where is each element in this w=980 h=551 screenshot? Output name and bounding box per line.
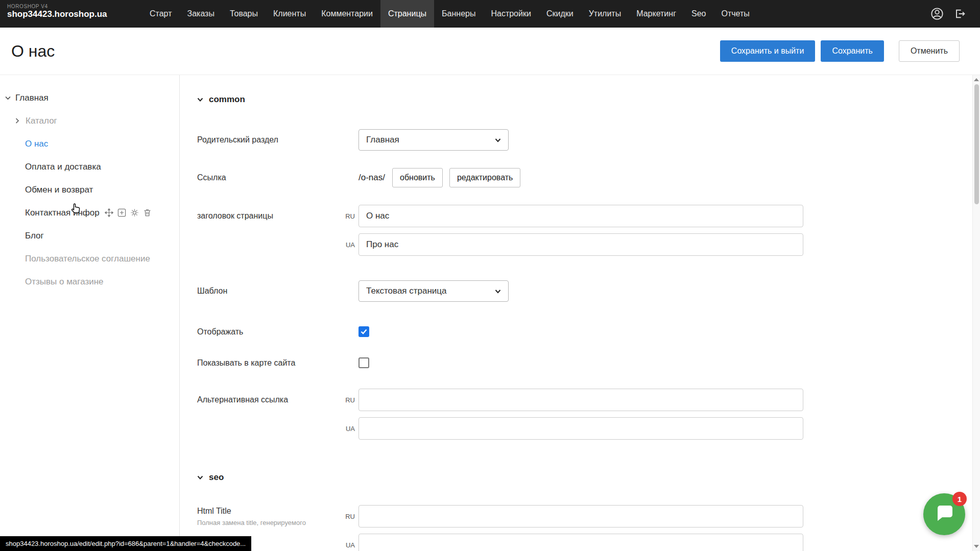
chevron-down-icon — [197, 98, 203, 102]
chevron-down-icon — [495, 135, 501, 145]
field-page-title-ua: UA — [197, 233, 980, 256]
tree-item-label: Главная — [15, 93, 49, 103]
field-link: Ссылка /o-nas/ обновить редактировать — [197, 168, 980, 187]
tree-item-oplata-i-dostavka[interactable]: Оплата и доставка — [0, 155, 179, 178]
menu-item-marketing[interactable]: Маркетинг — [629, 0, 684, 28]
link-refresh-button[interactable]: обновить — [392, 168, 443, 187]
header-actions: Сохранить и выйти Сохранить Отменить — [720, 40, 960, 62]
html-title-ua-input[interactable] — [358, 534, 803, 551]
scrollbar-thumb[interactable] — [974, 84, 979, 204]
scroll-down-icon[interactable] — [974, 545, 979, 548]
chat-unread-badge: 1 — [952, 492, 967, 506]
chat-widget-button[interactable]: 1 — [923, 493, 965, 535]
brand-domain: shop34423.horoshop.ua — [7, 9, 142, 19]
template-select[interactable]: Текстовая страница — [358, 280, 509, 302]
page-header: О нас Сохранить и выйти Сохранить Отмени… — [0, 28, 980, 75]
save-button[interactable]: Сохранить — [821, 40, 884, 62]
tree-item-label: Обмен и возврат — [25, 185, 93, 195]
menu-item-pages[interactable]: Страницы — [380, 0, 434, 28]
link-path: /o-nas/ — [358, 173, 385, 183]
alt-link-label: Альтернативная ссылка — [197, 395, 340, 404]
settings-gear-icon[interactable] — [130, 208, 139, 217]
menu-item-discounts[interactable]: Скидки — [539, 0, 581, 28]
drag-move-icon[interactable] — [105, 208, 113, 217]
tree-item-katalog[interactable]: Каталог — [0, 109, 179, 132]
menu-item-utilities[interactable]: Утилиты — [581, 0, 629, 28]
chevron-down-icon[interactable] — [5, 96, 15, 100]
lang-badge-ua: UA — [340, 425, 358, 433]
sitemap-checkbox[interactable] — [358, 357, 369, 368]
tree-item-blog[interactable]: Блог — [0, 224, 179, 247]
tree-item-label: Пользовательское соглашение — [25, 254, 150, 264]
chevron-right-icon[interactable] — [15, 118, 26, 124]
field-parent-section: Родительский раздел Главная — [197, 129, 980, 151]
page-title-label: заголовок страницы — [197, 211, 340, 221]
field-sitemap: Показывать в карте сайта — [197, 357, 980, 368]
chat-bubble-icon — [935, 504, 954, 524]
menu-item-settings[interactable]: Настройки — [483, 0, 538, 28]
field-html-title-ua: UA — [197, 534, 980, 551]
field-alt-link-ua: UA — [197, 417, 980, 440]
parent-section-select[interactable]: Главная — [358, 129, 509, 151]
field-html-title-ru: Html Title Полная замена title, генериру… — [197, 505, 980, 528]
tree-item-label: Оплата и доставка — [25, 162, 101, 172]
menu-item-orders[interactable]: Заказы — [179, 0, 222, 28]
menu-item-products[interactable]: Товары — [222, 0, 266, 28]
menu-item-clients[interactable]: Клиенты — [266, 0, 314, 28]
html-title-hint: Полная замена title, генерируемого — [197, 519, 340, 526]
tree-item-otzyvy-o-magazine[interactable]: Отзывы о магазине — [0, 270, 179, 293]
tree-item-obmen-i-vozvrat[interactable]: Обмен и возврат — [0, 178, 179, 201]
link-edit-button[interactable]: редактировать — [449, 168, 520, 187]
section-common[interactable]: common — [197, 94, 980, 105]
field-page-title-ru: заголовок страницы RU — [197, 205, 980, 227]
select-value: Текстовая страница — [366, 286, 447, 296]
scroll-up-icon[interactable] — [974, 78, 979, 81]
topbar: HOROSHOP V4 shop34423.horoshop.ua Старт … — [0, 0, 980, 28]
vertical-scrollbar[interactable] — [972, 75, 980, 551]
tree-item-actions — [105, 208, 152, 217]
page-title: О нас — [11, 42, 55, 61]
display-label: Отображать — [197, 327, 358, 337]
section-seo[interactable]: seo — [197, 472, 980, 483]
account-icon[interactable] — [931, 8, 943, 20]
page-edit-form: common Родительский раздел Главная Ссылк… — [180, 75, 980, 551]
tree-item-polzovatelskoe-soglashenie[interactable]: Пользовательское соглашение — [0, 247, 179, 270]
lang-badge-ru: RU — [340, 396, 358, 404]
section-title: seo — [209, 472, 224, 483]
alt-link-ru-input[interactable] — [358, 389, 803, 411]
field-alt-link-ru: Альтернативная ссылка RU — [197, 389, 980, 411]
chevron-down-icon — [197, 475, 203, 480]
tree-item-kontaktnaya-infor[interactable]: Контактная инфор — [0, 201, 179, 224]
page-title-ru-input[interactable] — [358, 205, 803, 227]
sitemap-label: Показывать в карте сайта — [197, 358, 358, 368]
display-checkbox[interactable] — [358, 326, 369, 337]
menu-item-comments[interactable]: Комментарии — [314, 0, 380, 28]
alt-link-ua-input[interactable] — [358, 417, 803, 440]
tree-item-label: Каталог — [26, 116, 57, 126]
template-label: Шаблон — [197, 286, 358, 296]
menu-item-start[interactable]: Старт — [142, 0, 179, 28]
brand[interactable]: HOROSHOP V4 shop34423.horoshop.ua — [0, 0, 142, 28]
save-and-exit-button[interactable]: Сохранить и выйти — [720, 40, 816, 62]
menu-item-banners[interactable]: Баннеры — [434, 0, 483, 28]
tree-item-label: Блог — [25, 231, 44, 241]
html-title-ru-input[interactable] — [358, 505, 803, 528]
menu-item-reports[interactable]: Отчеты — [713, 0, 757, 28]
content-area: Главная Каталог О нас Оплата и доставка … — [0, 75, 980, 551]
link-label: Ссылка — [197, 173, 358, 182]
topbar-actions — [931, 0, 980, 28]
field-template: Шаблон Текстовая страница — [197, 280, 980, 302]
tree-item-o-nas[interactable]: О нас — [0, 132, 179, 155]
pages-tree-sidebar: Главная Каталог О нас Оплата и доставка … — [0, 75, 180, 551]
delete-trash-icon[interactable] — [143, 208, 152, 217]
menu-item-seo[interactable]: Seo — [684, 0, 713, 28]
add-page-icon[interactable] — [117, 208, 126, 217]
logout-icon[interactable] — [953, 8, 966, 20]
page-title-ua-input[interactable] — [358, 233, 803, 256]
tree-item-glavnaya[interactable]: Главная — [0, 86, 179, 109]
chevron-down-icon — [495, 286, 501, 296]
html-title-label: Html Title — [197, 507, 340, 516]
lang-badge-ua: UA — [340, 541, 358, 549]
brand-version: HOROSHOP V4 — [7, 4, 142, 9]
cancel-button[interactable]: Отменить — [899, 40, 960, 62]
